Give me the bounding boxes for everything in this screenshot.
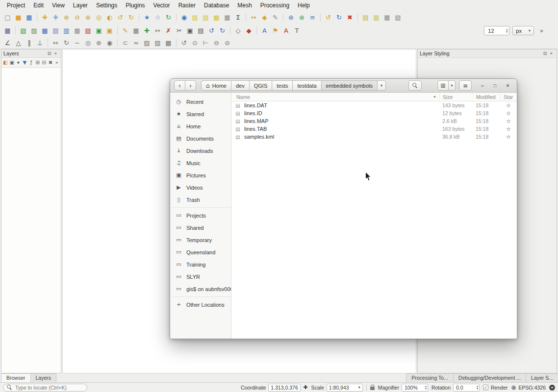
project-new-icon[interactable]: □	[3, 13, 12, 22]
deselect-features-icon[interactable]: ▩	[212, 13, 221, 22]
fill-ring-icon[interactable]: ◉	[105, 38, 114, 48]
new-geopackage-layer-icon[interactable]: ▣	[94, 26, 103, 35]
panel-float-icon[interactable]: ⊡	[46, 50, 52, 57]
scale-combo[interactable]: 1:80,943 ▾	[327, 384, 363, 392]
simplify-feature-icon[interactable]: ~	[73, 38, 82, 48]
spinner-arrows-icon[interactable]: ▴▾	[477, 385, 478, 390]
menubar-item[interactable]: Help	[294, 0, 314, 10]
zoom-to-layer-icon[interactable]: ◐	[105, 13, 114, 22]
manage-map-themes-icon[interactable]: ▾	[15, 59, 21, 67]
delete-part-icon[interactable]: ⊘	[223, 38, 232, 48]
message-log-icon[interactable]: ▤	[361, 13, 370, 22]
coordinate-toggle-icon[interactable]: ✚	[303, 384, 307, 391]
messages-icon[interactable]	[549, 385, 555, 391]
breadcrumb-segment[interactable]: embedded symbols	[321, 80, 378, 91]
sidebar-place[interactable]: ▤ Documents	[170, 132, 231, 145]
column-size[interactable]: Size	[439, 93, 473, 101]
spinner-arrows-icon[interactable]: ▴▾	[425, 385, 427, 390]
add-delimited-text-icon[interactable]: ▤	[51, 26, 60, 35]
dock-tab[interactable]: Debugging/Development ...	[453, 373, 526, 382]
add-mesh-layer-icon[interactable]: ▩	[40, 26, 50, 35]
zoom-in-icon[interactable]: ⊕	[62, 13, 71, 22]
python-console-icon[interactable]: ≡	[308, 13, 317, 22]
menubar-item[interactable]: Vector	[150, 0, 174, 10]
vertex-tool-icon[interactable]: ◇	[233, 26, 243, 35]
crs-globe-icon[interactable]: ⊕	[511, 384, 516, 391]
zoom-last-icon[interactable]: ↺	[116, 13, 125, 22]
maximize-button[interactable]: □	[491, 81, 499, 90]
undo-edits-icon[interactable]: ↺	[207, 26, 216, 35]
paste-features-icon[interactable]: ▤	[196, 26, 205, 35]
lock-scale-icon[interactable]	[370, 387, 375, 390]
unit-combo[interactable]: px ▾	[512, 26, 534, 35]
processing-toolbox-icon[interactable]: ⊛	[286, 13, 296, 22]
dock-tab[interactable]: Layer S...	[526, 373, 558, 382]
close-button[interactable]: ×	[504, 81, 512, 90]
statistical-summary-icon[interactable]: Σ	[233, 13, 243, 22]
redo-icon[interactable]: ↻	[334, 13, 344, 22]
panel-close-icon[interactable]: ×	[52, 50, 59, 57]
sidebar-bookmark[interactable]: ▭ SLYR	[170, 270, 231, 283]
save-layer-edits-icon[interactable]: ▦	[131, 26, 141, 35]
new-annotation-icon[interactable]: ✎	[271, 13, 280, 22]
locate-input[interactable]	[15, 385, 83, 391]
snapping-options-icon[interactable]: ◆	[244, 26, 254, 35]
file-row[interactable]: ▤ lines.DAT 143 bytes 15:18 ☆	[231, 101, 517, 109]
copy-features-icon[interactable]: ▣	[185, 26, 195, 35]
trim-extend-icon[interactable]: ⊢	[201, 38, 210, 48]
breadcrumb-home[interactable]: ⌂ Home	[201, 80, 231, 91]
delete-selected-icon[interactable]: ✗	[164, 26, 173, 35]
star-toggle[interactable]: ☆	[506, 126, 511, 132]
pin-labels-icon[interactable]: ⚑	[271, 26, 280, 35]
spinner-arrows-icon[interactable]: ▴▾	[506, 28, 507, 33]
redo-edits-icon[interactable]: ↻	[218, 26, 227, 35]
move-feature-icon[interactable]: ↔	[153, 26, 162, 35]
show-bookmarks-icon[interactable]: ☆	[153, 13, 162, 22]
sidebar-place[interactable]: ♫ Music	[170, 157, 231, 169]
sidebar-bookmark[interactable]: ▭ Shared	[170, 221, 231, 234]
toolbar-overflow-icon[interactable]: »	[537, 26, 546, 35]
open-layer-styling-panel-icon[interactable]: ◧	[2, 59, 8, 67]
sidebar-bookmark[interactable]: ▭ gis$ on aubnfsv006	[170, 283, 231, 295]
file-row[interactable]: ▤ lines.MAP 2.6 kB 15:18 ☆	[231, 117, 517, 125]
coordinate-input[interactable]	[268, 384, 301, 392]
menubar-item[interactable]: Database	[200, 0, 233, 10]
sidebar-place[interactable]: ▣ Pictures	[170, 169, 231, 181]
menubar-item[interactable]: Raster	[175, 0, 200, 10]
file-row[interactable]: ▤ lines.TAB 163 bytes 15:18 ☆	[231, 125, 517, 133]
column-star[interactable]: Star	[500, 93, 517, 101]
delete-ring-icon[interactable]: ⊖	[212, 38, 221, 48]
rotation-spinbox[interactable]: 0.0 ▴▾	[453, 384, 480, 392]
highlight-pinned-labels-icon[interactable]: A	[281, 26, 291, 35]
georeferencer-icon[interactable]: ▦	[382, 13, 392, 22]
sidebar-place[interactable]: ▶ Videos	[170, 181, 231, 194]
render-checkbox[interactable]: ✓	[483, 385, 488, 390]
crs-value[interactable]: EPSG:4326	[519, 385, 546, 391]
pan-to-selection-icon[interactable]: ✚	[51, 13, 60, 22]
star-toggle[interactable]: ☆	[506, 102, 511, 109]
add-vector-layer-icon[interactable]: ▧	[19, 26, 28, 35]
open-attribute-table-icon[interactable]: ▦	[223, 13, 232, 22]
sidebar-place[interactable]: ★ Starred	[170, 108, 231, 120]
zoom-next-icon[interactable]: ↻	[127, 13, 136, 22]
new-bookmark-icon[interactable]: ★	[142, 13, 152, 22]
breadcrumb-segment[interactable]: QGIS	[249, 80, 273, 91]
add-feature-icon[interactable]: ✚	[142, 26, 152, 35]
sidebar-place[interactable]: ▯ Trash	[170, 194, 231, 206]
cut-features-icon[interactable]: ✂	[175, 26, 184, 35]
dock-tab[interactable]: Layers	[30, 373, 57, 382]
back-button[interactable]: ‹	[174, 80, 185, 91]
metasearch-icon[interactable]: ▥	[372, 13, 381, 22]
data-source-manager-icon[interactable]: ▦	[3, 26, 12, 35]
font-size-spinbox[interactable]: 12 ▴▾	[484, 26, 509, 35]
select-by-expression-icon[interactable]: ▧	[201, 13, 210, 22]
project-open-icon[interactable]: ■	[14, 13, 23, 22]
project-save-icon[interactable]: ▦	[25, 13, 34, 22]
sidebar-bookmark[interactable]: ▭ Temporary	[170, 234, 231, 246]
hamburger-menu-button[interactable]: ≡	[459, 80, 472, 91]
star-toggle[interactable]: ☆	[506, 134, 511, 140]
new-shapefile-layer-icon[interactable]: ▣	[105, 26, 114, 35]
sidebar-place[interactable]: ⌂ Home	[170, 120, 231, 132]
magnifier-spinbox[interactable]: 100% ▴▾	[402, 384, 428, 392]
breadcrumb-segment[interactable]: dev	[231, 80, 250, 91]
